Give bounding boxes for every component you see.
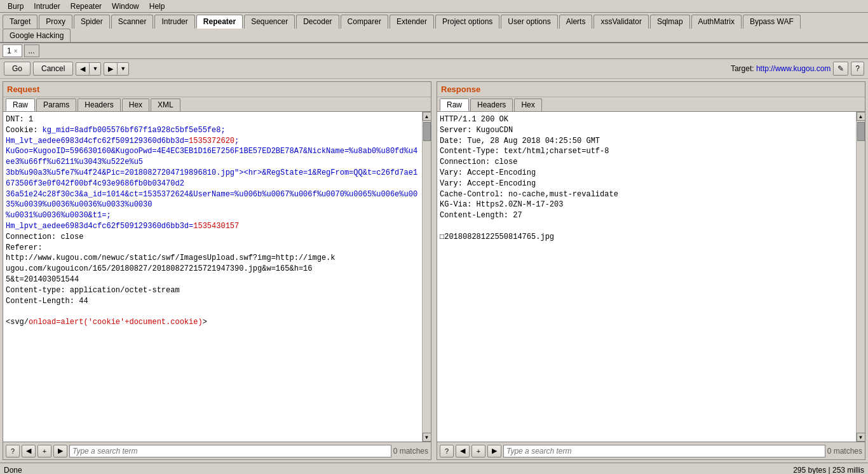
nav-forward-button[interactable]: ▶ bbox=[104, 63, 118, 75]
request-search-bar: ? ◀ + ▶ 0 matches bbox=[3, 442, 431, 459]
menu-repeater[interactable]: Repeater bbox=[65, 2, 107, 11]
menu-bar: Burp Intruder Repeater Window Help bbox=[0, 0, 868, 13]
response-title: Response bbox=[437, 82, 865, 97]
request-matches: 0 matches bbox=[393, 447, 428, 456]
main-content: Request Raw Params Headers Hex XML DNT: … bbox=[0, 79, 868, 463]
menu-burp[interactable]: Burp bbox=[3, 2, 29, 11]
scroll-down-btn[interactable]: ▼ bbox=[423, 433, 431, 442]
tab-alerts[interactable]: Alerts bbox=[559, 15, 593, 29]
status-left: Done bbox=[4, 466, 22, 475]
request-prev-match[interactable]: ◀ bbox=[22, 445, 36, 457]
request-title: Request bbox=[3, 82, 431, 97]
nav-forward-group: ▶ ▼ bbox=[104, 62, 129, 76]
tab-intruder[interactable]: Intruder bbox=[154, 15, 194, 29]
help-button[interactable]: ? bbox=[851, 62, 864, 76]
status-right: 295 bytes | 253 millis bbox=[793, 466, 864, 475]
resp-scroll-track bbox=[857, 121, 865, 433]
request-tab-headers[interactable]: Headers bbox=[78, 98, 120, 111]
request-panel: Request Raw Params Headers Hex XML DNT: … bbox=[3, 81, 431, 460]
response-tab-raw[interactable]: Raw bbox=[440, 98, 469, 111]
tab-extender[interactable]: Extender bbox=[390, 15, 434, 29]
response-matches: 0 matches bbox=[827, 447, 862, 456]
sub-tab-1[interactable]: 1 × bbox=[3, 44, 22, 57]
sub-tab-ellipsis[interactable]: ... bbox=[24, 44, 39, 57]
menu-intruder[interactable]: Intruder bbox=[29, 2, 65, 11]
request-tabs: Raw Params Headers Hex XML bbox=[3, 97, 431, 112]
request-tab-params[interactable]: Params bbox=[36, 98, 76, 111]
scroll-track bbox=[423, 121, 431, 433]
response-prev-match[interactable]: ◀ bbox=[456, 445, 470, 457]
tab-xssvalidator[interactable]: xssValidator bbox=[593, 15, 648, 29]
nav-forward-dropdown[interactable]: ▼ bbox=[118, 63, 128, 75]
tab-user-options[interactable]: User options bbox=[501, 15, 557, 29]
nav-back-dropdown[interactable]: ▼ bbox=[90, 63, 100, 75]
tab-sequencer[interactable]: Sequencer bbox=[244, 15, 295, 29]
tab-sqlmap[interactable]: Sqlmap bbox=[650, 15, 690, 29]
tab-proxy[interactable]: Proxy bbox=[39, 15, 72, 29]
target-label-area: Target: http://www.kugou.com bbox=[731, 64, 831, 73]
tab-repeater[interactable]: Repeater bbox=[196, 15, 243, 29]
menu-help[interactable]: Help bbox=[144, 2, 170, 11]
resp-scroll-down[interactable]: ▼ bbox=[857, 433, 865, 442]
tab-decoder[interactable]: Decoder bbox=[296, 15, 339, 29]
nav-back-group: ◀ ▼ bbox=[76, 62, 101, 76]
scroll-up-btn[interactable]: ▲ bbox=[423, 112, 431, 121]
sub-tab-label: 1 bbox=[7, 46, 11, 55]
target-url: http://www.kugou.com bbox=[756, 64, 831, 73]
menu-window[interactable]: Window bbox=[107, 2, 144, 11]
status-bar: Done 295 bytes | 253 millis bbox=[0, 463, 868, 474]
response-tab-headers[interactable]: Headers bbox=[470, 98, 513, 111]
request-next-btn2[interactable]: ▶ bbox=[53, 445, 67, 457]
tab-bar: Target Proxy Spider Scanner Intruder Rep… bbox=[0, 13, 868, 43]
request-next-match[interactable]: + bbox=[37, 445, 51, 457]
tab-target[interactable]: Target bbox=[3, 15, 37, 29]
resp-scroll-up[interactable]: ▲ bbox=[857, 112, 865, 121]
response-scrollbar[interactable]: ▲ ▼ bbox=[856, 112, 865, 442]
response-help-icon[interactable]: ? bbox=[440, 445, 454, 457]
close-tab-icon[interactable]: × bbox=[14, 48, 18, 55]
response-search-bar: ? ◀ + ▶ 0 matches bbox=[437, 442, 865, 459]
response-panel: Response Raw Headers Hex HTTP/1.1 200 OK… bbox=[437, 81, 865, 460]
go-button[interactable]: Go bbox=[4, 62, 31, 76]
tab-scanner[interactable]: Scanner bbox=[111, 15, 154, 29]
cancel-button[interactable]: Cancel bbox=[33, 62, 73, 76]
response-content[interactable]: HTTP/1.1 200 OK Server: KugouCDN Date: T… bbox=[437, 112, 856, 442]
tab-spider[interactable]: Spider bbox=[74, 15, 110, 29]
edit-target-button[interactable]: ✎ bbox=[833, 62, 848, 76]
toolbar: Go Cancel ◀ ▼ ▶ ▼ Target: http://www.kug… bbox=[0, 59, 868, 79]
response-next-match[interactable]: + bbox=[471, 445, 485, 457]
tab-comparer[interactable]: Comparer bbox=[341, 15, 388, 29]
tab-google-hacking[interactable]: Google Hacking bbox=[3, 29, 71, 42]
request-tab-raw[interactable]: Raw bbox=[6, 98, 35, 111]
scroll-thumb[interactable] bbox=[423, 122, 431, 141]
target-text: Target: bbox=[731, 64, 756, 73]
request-content[interactable]: DNT: 1 Cookie: kg_mid=8adfb005576bf67f1a… bbox=[3, 112, 422, 442]
response-tab-hex[interactable]: Hex bbox=[514, 98, 541, 111]
response-search-input[interactable] bbox=[503, 445, 825, 457]
tab-project-options[interactable]: Project options bbox=[435, 15, 499, 29]
tab-bypass-waf[interactable]: Bypass WAF bbox=[743, 15, 801, 29]
response-next-btn2[interactable]: ▶ bbox=[487, 445, 501, 457]
request-tab-xml[interactable]: XML bbox=[151, 98, 180, 111]
tab-authmatrix[interactable]: AuthMatrix bbox=[691, 15, 742, 29]
response-tabs: Raw Headers Hex bbox=[437, 97, 865, 112]
resp-scroll-thumb[interactable] bbox=[857, 122, 865, 141]
request-help-icon[interactable]: ? bbox=[6, 445, 20, 457]
request-search-input[interactable] bbox=[69, 445, 391, 457]
request-tab-hex[interactable]: Hex bbox=[122, 98, 149, 111]
request-scrollbar[interactable]: ▲ ▼ bbox=[422, 112, 431, 442]
sub-tab-bar: 1 × ... bbox=[0, 43, 868, 59]
nav-back-button[interactable]: ◀ bbox=[76, 63, 90, 75]
